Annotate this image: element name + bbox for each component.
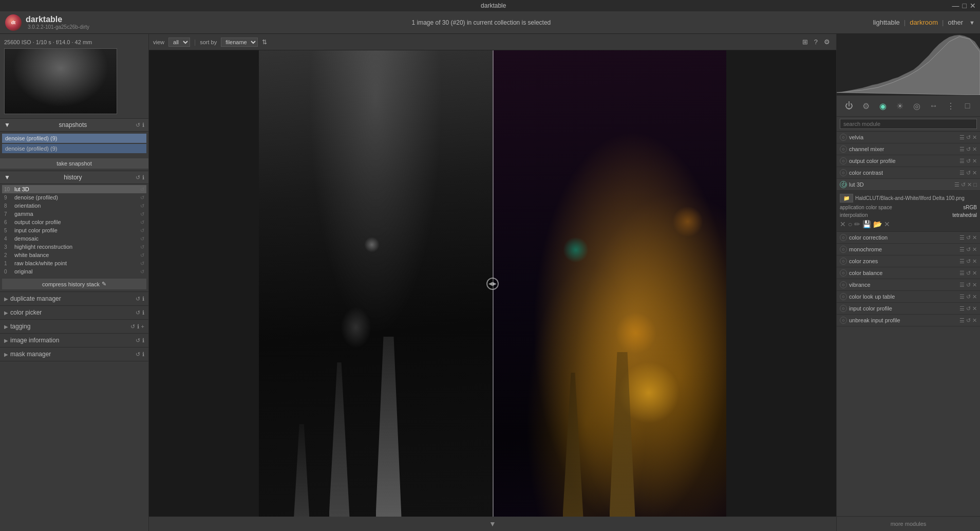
module-color-zones-label[interactable]: color zones xyxy=(849,258,959,264)
module-icon-expand[interactable]: □ xyxy=(960,99,975,113)
history-item-1[interactable]: 9 denoise (profiled) ↺ xyxy=(2,193,146,202)
module-color-lut-preset-icon[interactable]: ☰ xyxy=(959,294,965,300)
color-picker-header[interactable]: ▶ color picker ↺ ℹ xyxy=(0,306,148,319)
module-monochrome-preset-icon[interactable]: ☰ xyxy=(959,246,965,253)
mask-manager-header[interactable]: ▶ mask manager ↺ ℹ xyxy=(0,347,148,361)
module-output-color-profile-delete-icon[interactable]: ✕ xyxy=(972,158,977,164)
module-color-contrast-reset-icon[interactable]: ↺ xyxy=(966,170,971,176)
nav-dropdown-arrow[interactable]: ▼ xyxy=(969,20,975,26)
module-lut3d-preset-icon[interactable]: ☰ xyxy=(954,181,959,188)
module-monochrome-reset-icon[interactable]: ↺ xyxy=(966,246,971,253)
duplicate-manager-header[interactable]: ▶ duplicate manager ↺ ℹ xyxy=(0,292,148,305)
grid-icon[interactable]: ⊞ xyxy=(800,37,810,47)
image-information-info-icon[interactable]: ℹ xyxy=(142,337,144,344)
module-icon-color[interactable]: ◉ xyxy=(876,99,890,113)
maximize-button[interactable]: □ xyxy=(963,2,967,10)
history-item-3[interactable]: 7 gamma ↺ xyxy=(2,210,146,218)
lut3d-action-save[interactable]: 💾 xyxy=(862,220,871,228)
module-icon-tone[interactable]: ☀ xyxy=(893,99,907,113)
history-item-reset-icon[interactable]: ↺ xyxy=(140,195,144,200)
history-item-9[interactable]: 1 raw black/white point ↺ xyxy=(2,259,146,267)
history-item-reset-icon[interactable]: ↺ xyxy=(140,203,144,209)
settings-icon[interactable]: ⚙ xyxy=(822,37,832,47)
module-vibrance-delete-icon[interactable]: ✕ xyxy=(972,282,977,288)
snapshots-info-icon[interactable]: ℹ xyxy=(142,122,144,129)
module-velvia-label[interactable]: velvia xyxy=(849,134,959,140)
module-lut3d-delete-icon[interactable]: ✕ xyxy=(967,181,972,188)
module-channel-mixer-reset-icon[interactable]: ↺ xyxy=(966,146,971,153)
history-item-8[interactable]: 2 white balance ↺ xyxy=(2,251,146,259)
module-velvia-preset-icon[interactable]: ☰ xyxy=(959,134,965,141)
module-icon-power[interactable]: ⏻ xyxy=(842,99,856,113)
bottom-collapse-arrow[interactable]: ▼ xyxy=(489,520,496,528)
history-item-reset-icon[interactable]: ↺ xyxy=(140,261,144,266)
split-handle[interactable]: ◀▶ xyxy=(486,278,499,290)
snapshot-item-1[interactable]: denoise (profiled) (9) xyxy=(2,144,146,153)
help-icon[interactable]: ? xyxy=(812,37,820,47)
module-lut3d-expand-icon[interactable]: □ xyxy=(973,181,977,188)
module-vibrance-label[interactable]: vibrance xyxy=(849,282,959,288)
mask-manager-reset-icon[interactable]: ↺ xyxy=(136,351,140,358)
lut3d-file-button[interactable]: 📁 xyxy=(840,194,853,203)
module-color-contrast-power[interactable]: ○ xyxy=(840,169,847,176)
module-color-zones-delete-icon[interactable]: ✕ xyxy=(972,258,977,265)
module-color-balance-power[interactable]: ○ xyxy=(840,269,847,277)
module-unbreak-input-profile-delete-icon[interactable]: ✕ xyxy=(972,317,977,324)
history-item-reset-icon[interactable]: ↺ xyxy=(140,211,144,217)
history-item-reset-icon[interactable]: ↺ xyxy=(140,252,144,258)
module-velvia-delete-icon[interactable]: ✕ xyxy=(972,134,977,141)
module-color-lut-delete-icon[interactable]: ✕ xyxy=(972,294,977,300)
module-unbreak-input-profile-power[interactable]: ○ xyxy=(840,317,847,324)
module-unbreak-input-profile-reset-icon[interactable]: ↺ xyxy=(966,317,971,324)
module-input-color-profile-preset-icon[interactable]: ☰ xyxy=(959,305,965,312)
module-color-contrast-preset-icon[interactable]: ☰ xyxy=(959,170,965,176)
module-output-color-profile-preset-icon[interactable]: ☰ xyxy=(959,158,965,164)
tagging-reset-icon[interactable]: ↺ xyxy=(130,323,135,330)
module-color-balance-preset-icon[interactable]: ☰ xyxy=(959,270,965,277)
history-item-reset-icon[interactable]: ↺ xyxy=(140,219,144,225)
history-item-reset-icon[interactable]: ↺ xyxy=(140,269,144,274)
lut3d-action-folder[interactable]: 📂 xyxy=(873,220,882,228)
module-input-color-profile-delete-icon[interactable]: ✕ xyxy=(972,305,977,312)
lut3d-action-close2[interactable]: ✕ xyxy=(884,220,890,228)
color-picker-info-icon[interactable]: ℹ xyxy=(142,309,144,316)
compress-history-button[interactable]: compress history stack ✎ xyxy=(2,279,146,289)
history-reset-icon[interactable]: ↺ xyxy=(136,174,140,181)
view-select[interactable]: all xyxy=(168,38,190,47)
duplicate-manager-info-icon[interactable]: ℹ xyxy=(142,296,144,302)
module-color-zones-power[interactable]: ○ xyxy=(840,258,847,265)
close-button[interactable]: ✕ xyxy=(970,2,976,10)
module-output-color-profile-power[interactable]: ○ xyxy=(840,157,847,164)
module-color-contrast-delete-icon[interactable]: ✕ xyxy=(972,170,977,176)
module-icon-settings[interactable]: ⋮ xyxy=(944,99,958,113)
module-channel-mixer-power[interactable]: ○ xyxy=(840,145,847,153)
module-color-balance-reset-icon[interactable]: ↺ xyxy=(966,270,971,277)
module-channel-mixer-label[interactable]: channel mixer xyxy=(849,146,959,152)
history-item-2[interactable]: 8 orientation ↺ xyxy=(2,202,146,210)
module-output-color-profile-label[interactable]: output color profile xyxy=(849,158,959,164)
module-color-zones-reset-icon[interactable]: ↺ xyxy=(966,258,971,265)
window-controls[interactable]: — □ ✕ xyxy=(952,2,976,10)
module-input-color-profile-power[interactable]: ○ xyxy=(840,305,847,312)
lut3d-action-x[interactable]: ✕ xyxy=(840,220,846,228)
module-channel-mixer-preset-icon[interactable]: ☰ xyxy=(959,146,965,153)
image-information-reset-icon[interactable]: ↺ xyxy=(136,337,140,344)
module-color-balance-label[interactable]: color balance xyxy=(849,270,959,276)
module-velvia-reset-icon[interactable]: ↺ xyxy=(966,134,971,141)
module-input-color-profile-reset-icon[interactable]: ↺ xyxy=(966,305,971,312)
module-icon-presets[interactable]: ⚙ xyxy=(859,99,873,113)
module-icon-transform[interactable]: ↔ xyxy=(927,99,941,113)
history-item-5[interactable]: 5 input color profile ↺ xyxy=(2,226,146,234)
tagging-info-icon[interactable]: ℹ xyxy=(137,323,139,330)
module-icon-correct[interactable]: ◎ xyxy=(910,99,924,113)
module-unbreak-input-profile-label[interactable]: unbreak input profile xyxy=(849,317,959,323)
module-color-correction-power[interactable]: ○ xyxy=(840,234,847,241)
module-velvia-power[interactable]: ○ xyxy=(840,134,847,141)
module-input-color-profile-label[interactable]: input color profile xyxy=(849,305,959,312)
module-color-correction-reset-icon[interactable]: ↺ xyxy=(966,234,971,241)
image-information-header[interactable]: ▶ image information ↺ ℹ xyxy=(0,334,148,347)
history-item-reset-icon[interactable]: ↺ xyxy=(140,228,144,233)
sort-select[interactable]: filename xyxy=(221,38,258,47)
history-info-icon[interactable]: ℹ xyxy=(142,174,144,181)
color-picker-reset-icon[interactable]: ↺ xyxy=(136,309,140,316)
